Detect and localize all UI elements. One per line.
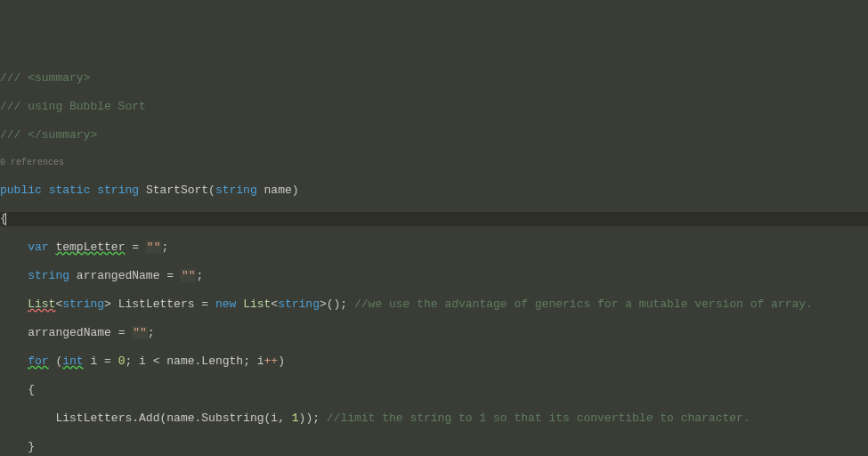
type-list: List <box>28 297 55 311</box>
code-line: for (int i = 0; i < name.Length; i++) <box>0 354 868 369</box>
code-line-current: { <box>0 212 868 226</box>
string-literal: "" <box>146 240 162 254</box>
comment: //limit the string to 1 so that its conv… <box>327 411 750 425</box>
code-line: /// using Bubble Sort <box>0 100 868 114</box>
identifier: tempLetter <box>55 240 125 254</box>
string-literal: "" <box>132 326 148 339</box>
code-line: } <box>0 440 868 454</box>
code-line: /// <summary> <box>0 71 868 86</box>
comment: //we use the advantage of generics for a… <box>354 297 813 311</box>
code-line: /// </summary> <box>0 128 868 142</box>
code-editor[interactable]: /// <summary> /// using Bubble Sort /// … <box>0 57 868 456</box>
code-line: arrangedName = ""; <box>0 326 868 340</box>
xml-doc-comment: /// </summary> <box>0 128 97 142</box>
code-line: var tempLetter = ""; <box>0 240 868 255</box>
code-line: { <box>0 383 868 397</box>
xml-doc-comment: /// <summary> <box>0 71 90 85</box>
xml-doc-comment: /// using Bubble Sort <box>0 100 146 113</box>
string-literal: "" <box>181 269 197 282</box>
code-line: string arrangedName = ""; <box>0 269 868 283</box>
method-signature: public static string StartSort(string na… <box>0 183 868 198</box>
keyword-for: for <box>28 354 48 368</box>
code-line: ListLetters.Add(name.Substring(i, 1)); /… <box>0 411 868 426</box>
code-line: List<string> ListLetters = new List<stri… <box>0 297 868 312</box>
codelens-references[interactable]: 0 references <box>0 157 868 169</box>
